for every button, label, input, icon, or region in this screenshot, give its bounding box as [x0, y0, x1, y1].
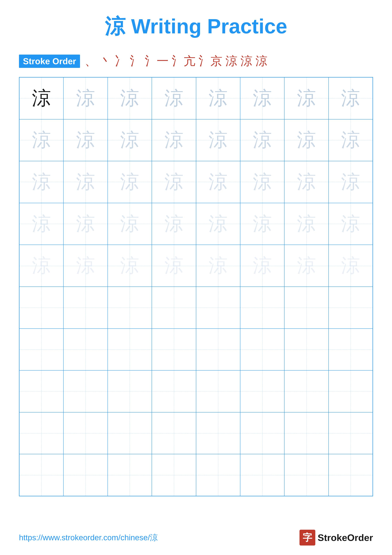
- title-character: 涼: [105, 15, 125, 38]
- grid-cell[interactable]: 涼: [19, 119, 64, 161]
- grid-cell-empty[interactable]: [108, 329, 152, 371]
- grid-cell-empty[interactable]: [240, 329, 284, 371]
- grid-cell-empty[interactable]: [152, 454, 196, 496]
- practice-char: 涼: [297, 85, 316, 111]
- grid-cell-empty[interactable]: [196, 287, 240, 329]
- grid-cell-empty[interactable]: [19, 329, 64, 371]
- grid-cell[interactable]: 涼: [328, 203, 373, 245]
- stroke-char-10: 涼: [256, 53, 267, 69]
- grid-cell[interactable]: 涼: [240, 245, 284, 287]
- grid-cell-empty[interactable]: [328, 454, 373, 496]
- grid-cell-empty[interactable]: [64, 454, 107, 496]
- grid-cell-empty[interactable]: [196, 412, 240, 454]
- grid-cell-empty[interactable]: [328, 287, 373, 329]
- grid-cell-empty[interactable]: [19, 287, 64, 329]
- grid-cell-empty[interactable]: [152, 370, 196, 412]
- grid-cell[interactable]: 涼: [152, 161, 196, 203]
- grid-cell-empty[interactable]: [64, 287, 107, 329]
- stroke-char-9: 涼: [241, 53, 252, 69]
- practice-char: 涼: [32, 169, 51, 195]
- grid-cell[interactable]: 涼: [196, 119, 240, 161]
- grid-cell[interactable]: 涼: [64, 119, 107, 161]
- grid-cell[interactable]: 涼: [240, 203, 284, 245]
- grid-cell-empty[interactable]: [240, 454, 284, 496]
- grid-cell-empty[interactable]: [64, 370, 107, 412]
- grid-cell[interactable]: 涼: [328, 161, 373, 203]
- grid-cell[interactable]: 涼: [284, 245, 328, 287]
- grid-cell-empty[interactable]: [196, 454, 240, 496]
- practice-char: 涼: [209, 127, 228, 153]
- grid-cell[interactable]: 涼: [108, 203, 152, 245]
- practice-char: 涼: [76, 85, 95, 111]
- grid-cell[interactable]: 涼: [108, 161, 152, 203]
- grid-cell[interactable]: 涼: [19, 161, 64, 203]
- grid-cell-empty[interactable]: [284, 329, 328, 371]
- grid-cell[interactable]: 涼: [328, 119, 373, 161]
- grid-cell-empty[interactable]: [284, 454, 328, 496]
- grid-cell[interactable]: 涼: [196, 77, 240, 119]
- grid-cell[interactable]: 涼: [284, 77, 328, 119]
- practice-char: 涼: [120, 253, 139, 279]
- practice-char: 涼: [76, 169, 95, 195]
- grid-cell-empty[interactable]: [328, 412, 373, 454]
- grid-cell-empty[interactable]: [64, 329, 107, 371]
- footer: https://www.strokeorder.com/chinese/涼 字 …: [19, 530, 373, 546]
- grid-cell[interactable]: 涼: [240, 77, 284, 119]
- grid-cell-empty[interactable]: [284, 412, 328, 454]
- grid-cell-empty[interactable]: [196, 329, 240, 371]
- stroke-char-5: 氵一: [145, 53, 169, 69]
- practice-char: 涼: [32, 211, 51, 237]
- grid-cell-empty[interactable]: [284, 370, 328, 412]
- grid-cell[interactable]: 涼: [152, 119, 196, 161]
- practice-char: 涼: [32, 85, 51, 111]
- practice-char: 涼: [32, 127, 51, 153]
- grid-cell-empty[interactable]: [108, 287, 152, 329]
- grid-cell[interactable]: 涼: [196, 161, 240, 203]
- practice-char: 涼: [120, 85, 139, 111]
- grid-cell[interactable]: 涼: [19, 203, 64, 245]
- grid-cell-empty[interactable]: [284, 287, 328, 329]
- grid-cell-empty[interactable]: [196, 370, 240, 412]
- grid-cell[interactable]: 涼: [328, 77, 373, 119]
- practice-char: 涼: [341, 169, 360, 195]
- grid-cell[interactable]: 涼: [328, 245, 373, 287]
- grid-cell-empty[interactable]: [152, 329, 196, 371]
- stroke-char-1: 、: [85, 53, 97, 69]
- grid-cell-empty[interactable]: [328, 370, 373, 412]
- grid-cell[interactable]: 涼: [64, 203, 107, 245]
- grid-cell[interactable]: 涼: [108, 119, 152, 161]
- page: 涼 Writing Practice Stroke Order 、 丶 冫 氵 …: [0, 0, 392, 555]
- grid-cell[interactable]: 涼: [196, 203, 240, 245]
- grid-cell-empty[interactable]: [19, 454, 64, 496]
- grid-cell[interactable]: 涼: [64, 77, 107, 119]
- grid-cell-empty[interactable]: [240, 287, 284, 329]
- grid-cell[interactable]: 涼: [284, 161, 328, 203]
- grid-cell[interactable]: 涼: [19, 77, 64, 119]
- practice-char: 涼: [297, 211, 316, 237]
- grid-cell-empty[interactable]: [152, 412, 196, 454]
- grid-cell-empty[interactable]: [240, 412, 284, 454]
- grid-cell-empty[interactable]: [152, 287, 196, 329]
- grid-cell[interactable]: 涼: [152, 245, 196, 287]
- grid-cell[interactable]: 涼: [240, 161, 284, 203]
- practice-char: 涼: [209, 253, 228, 279]
- grid-cell-empty[interactable]: [328, 329, 373, 371]
- grid-cell-empty[interactable]: [108, 412, 152, 454]
- grid-cell[interactable]: 涼: [284, 203, 328, 245]
- grid-cell-empty[interactable]: [19, 370, 64, 412]
- grid-cell-empty[interactable]: [108, 454, 152, 496]
- grid-cell-empty[interactable]: [19, 412, 64, 454]
- grid-cell[interactable]: 涼: [240, 119, 284, 161]
- grid-cell[interactable]: 涼: [284, 119, 328, 161]
- grid-cell-empty[interactable]: [108, 370, 152, 412]
- grid-cell[interactable]: 涼: [19, 245, 64, 287]
- grid-cell[interactable]: 涼: [152, 203, 196, 245]
- grid-cell[interactable]: 涼: [108, 77, 152, 119]
- grid-cell[interactable]: 涼: [152, 77, 196, 119]
- grid-cell[interactable]: 涼: [196, 245, 240, 287]
- grid-cell-empty[interactable]: [64, 412, 107, 454]
- grid-cell[interactable]: 涼: [108, 245, 152, 287]
- grid-cell[interactable]: 涼: [64, 161, 107, 203]
- grid-cell-empty[interactable]: [240, 370, 284, 412]
- grid-cell[interactable]: 涼: [64, 245, 107, 287]
